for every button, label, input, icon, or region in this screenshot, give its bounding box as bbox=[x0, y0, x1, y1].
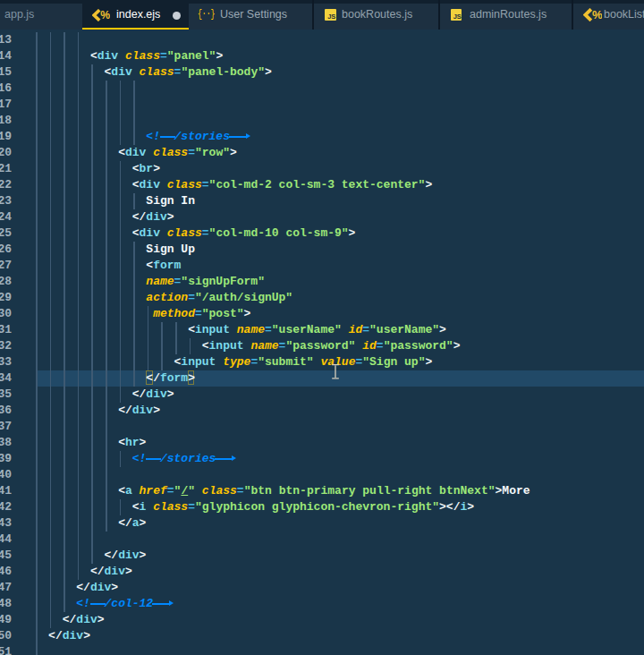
svg-text:%: % bbox=[591, 8, 602, 21]
svg-text:%: % bbox=[100, 9, 110, 21]
